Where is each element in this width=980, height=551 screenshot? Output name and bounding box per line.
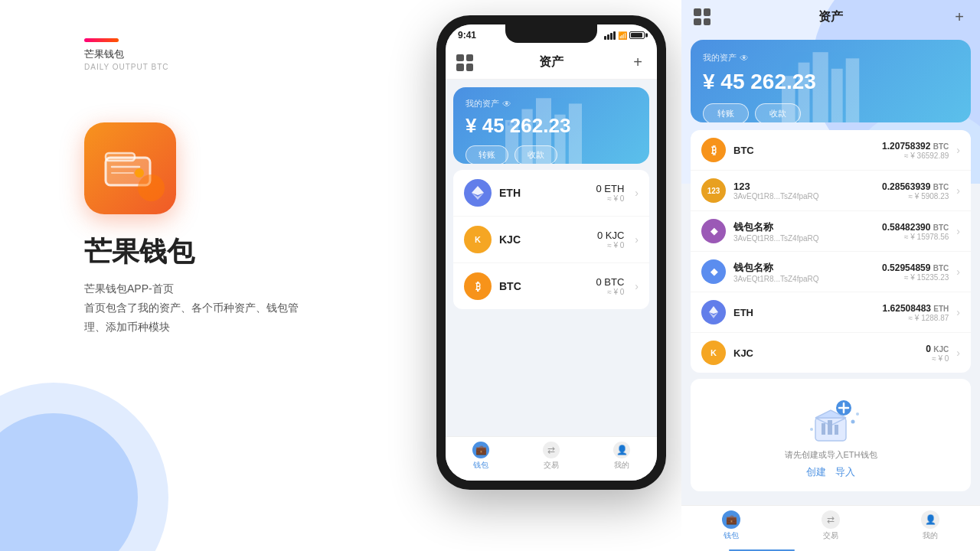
eth-icon	[464, 179, 492, 207]
right-kjc-arrow-icon: ›	[956, 347, 960, 359]
battery-icon	[629, 31, 645, 39]
right-btc-arrow-icon: ›	[956, 144, 960, 156]
nav-trade-label: 交易	[544, 460, 559, 471]
asset-card: 我的资产 👁 ¥ 45 262.23 转账 收款	[453, 87, 649, 164]
svg-rect-28	[822, 423, 825, 435]
right-content: 我的资产 👁 ¥ 45 262.23 转账 收款 ₿ BTC 1.2075839…	[681, 34, 980, 505]
right-add-button[interactable]: +	[951, 8, 968, 25]
eth-approx: ≈ ¥ 0	[596, 194, 624, 203]
right-wallet1-icon: ◆	[701, 219, 726, 243]
orange-circle	[138, 174, 165, 201]
btc-approx: ≈ ¥ 0	[596, 288, 624, 296]
btc-amount: 0 BTC	[596, 276, 624, 288]
svg-point-4	[135, 168, 144, 178]
right-btc-amount-wrap: 1.20758392 BTC ≈ ¥ 36592.89	[882, 141, 949, 160]
nav-trade[interactable]: ⇄ 交易	[543, 442, 560, 471]
signal-bars	[604, 31, 616, 40]
right-wallet2-icon: ◆	[701, 259, 726, 284]
app-desc-2: 首页包含了我的资产、各个币种资产、钱包管 理、添加币种模块	[84, 298, 299, 337]
svg-marker-19	[709, 306, 718, 314]
right-nav-wallet[interactable]: 💼 钱包	[722, 510, 740, 541]
right-kjc-amount-wrap: 0 KJC ≈ ¥ 0	[926, 344, 949, 363]
nav-mine[interactable]: 👤 我的	[613, 442, 630, 471]
phone-header: 资产 +	[446, 46, 657, 80]
right-nav-mine[interactable]: 👤 我的	[921, 510, 939, 541]
right-trade-nav-icon: ⇄	[822, 510, 840, 529]
import-link[interactable]: 导入	[835, 465, 855, 479]
svg-rect-14	[782, 76, 795, 122]
add-button[interactable]: +	[629, 54, 646, 71]
right-header: 资产 +	[681, 0, 980, 34]
kjc-amount-wrap: 0 KJC ≈ ¥ 0	[597, 230, 624, 249]
right-coin-list: ₿ BTC 1.20758392 BTC ≈ ¥ 36592.89 › 123 …	[691, 130, 971, 373]
eth-amount: 0 ETH	[596, 183, 624, 194]
right-btc-icon: ₿	[701, 138, 726, 162]
svg-rect-30	[835, 425, 838, 435]
right-nav-trade-label: 交易	[823, 530, 838, 541]
svg-marker-12	[472, 186, 484, 195]
right-panel: 资产 + 我的资产 👁 ¥ 45 262.23 转账 收款	[681, 0, 980, 551]
right-eth-arrow-icon: ›	[956, 306, 960, 318]
right-coin-wallet2[interactable]: ◆ 钱包名称 3AvEQt1R8...TsZ4fpaRQ 0.52954859 …	[691, 252, 971, 292]
svg-rect-6	[521, 109, 532, 164]
wallet-nav-icon: 💼	[472, 442, 489, 458]
svg-rect-7	[536, 98, 551, 164]
phone-bottom-nav: 💼 钱包 ⇄ 交易 👤 我的	[446, 436, 657, 481]
right-nav-mine-label: 我的	[923, 530, 938, 541]
right-coin-123[interactable]: 123 123 3AvEQt1R8...TsZ4fpaRQ 0.28563939…	[691, 171, 971, 211]
app-name: 芒果钱包	[84, 233, 194, 271]
nav-wallet-label: 钱包	[473, 460, 488, 471]
right-header-title: 资产	[818, 9, 843, 25]
app-icon	[84, 122, 176, 214]
right-kjc-icon: K	[701, 341, 726, 365]
eth-arrow-icon: ›	[635, 187, 639, 199]
phone-mockup: 9:41 📶	[413, 15, 689, 536]
nav-wallet[interactable]: 💼 钱包	[472, 442, 489, 471]
svg-point-31	[851, 420, 855, 424]
right-coin-kjc[interactable]: K KJC 0 KJC ≈ ¥ 0 ›	[691, 333, 971, 373]
right-kjc-info: KJC	[733, 347, 918, 359]
phone-notch	[505, 24, 597, 43]
grid-icon[interactable]	[456, 54, 473, 71]
svg-point-33	[810, 428, 813, 431]
svg-rect-10	[508, 122, 510, 126]
right-wallet1-info: 钱包名称 3AvEQt1R8...TsZ4fpaRQ	[733, 220, 874, 243]
coin-item-kjc[interactable]: K KJC 0 KJC ≈ ¥ 0 ›	[453, 217, 649, 263]
right-nav-trade[interactable]: ⇄ 交易	[822, 510, 840, 541]
svg-rect-18	[846, 58, 860, 122]
eth-amount-wrap: 0 ETH ≈ ¥ 0	[596, 183, 624, 203]
right-coin-wallet1[interactable]: ◆ 钱包名称 3AvEQt1R8...TsZ4fpaRQ 0.58482390 …	[691, 211, 971, 252]
kjc-icon: K	[464, 226, 492, 253]
right-btc-info: BTC	[733, 145, 874, 156]
btc-icon: ₿	[464, 272, 492, 300]
right-wallet1-arrow-icon: ›	[956, 225, 960, 237]
kjc-approx: ≈ ¥ 0	[597, 241, 624, 249]
right-wallet1-amount-wrap: 0.58482390 BTC ≈ ¥ 15978.56	[882, 222, 949, 241]
right-grid-icon[interactable]	[694, 8, 710, 25]
brand-sub: DAILY OUTPUT BTC	[84, 63, 168, 71]
phone-content: 我的资产 👁 ¥ 45 262.23 转账 收款	[446, 80, 657, 436]
nav-mine-label: 我的	[614, 460, 629, 471]
brand-label: 芒果钱包	[84, 47, 124, 61]
svg-point-32	[856, 412, 859, 416]
create-eth-box: 请先创建或导入ETH钱包 创建 导入	[691, 379, 971, 491]
svg-rect-9	[569, 103, 582, 164]
create-link[interactable]: 创建	[806, 465, 826, 479]
right-coin-eth[interactable]: ETH 1.62508483 ETH ≈ ¥ 1288.87 ›	[691, 292, 971, 333]
right-mine-nav-icon: 👤	[921, 510, 939, 529]
right-123-info: 123 3AvEQt1R8...TsZ4fpaRQ	[733, 181, 874, 201]
left-section: 芒果钱包 DAILY OUTPUT BTC 芒果钱包 芒果钱包APP-首页 首页…	[0, 0, 429, 551]
right-wallet2-amount-wrap: 0.52954859 BTC ≈ ¥ 15235.23	[882, 262, 949, 282]
coin-item-btc[interactable]: ₿ BTC 0 BTC ≈ ¥ 0 ›	[453, 263, 649, 309]
right-nav-wallet-label: 钱包	[724, 530, 739, 541]
create-eth-text: 请先创建或导入ETH钱包	[785, 449, 877, 461]
right-coin-btc[interactable]: ₿ BTC 1.20758392 BTC ≈ ¥ 36592.89 ›	[691, 130, 971, 171]
accent-bar	[84, 38, 119, 42]
right-bottom-nav: 💼 钱包 ⇄ 交易 👤 我的	[681, 505, 980, 551]
coin-item-eth[interactable]: ETH 0 ETH ≈ ¥ 0 ›	[453, 170, 649, 217]
btc-amount-wrap: 0 BTC ≈ ¥ 0	[596, 276, 624, 296]
btc-name: BTC	[499, 280, 588, 292]
svg-rect-8	[554, 115, 565, 164]
svg-rect-5	[505, 120, 518, 164]
right-wallet2-arrow-icon: ›	[956, 266, 960, 278]
